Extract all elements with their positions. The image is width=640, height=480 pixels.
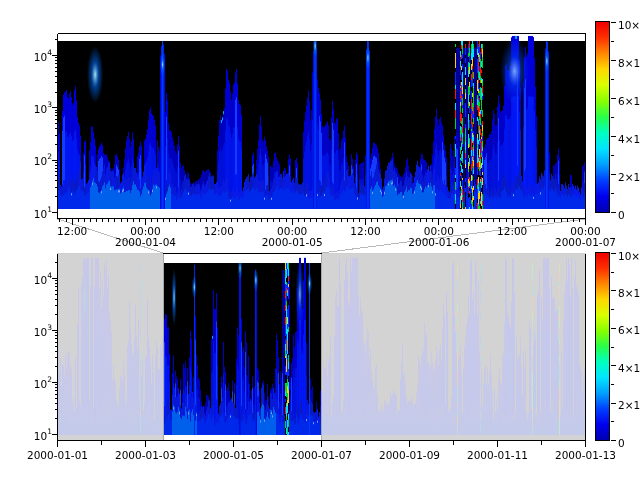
label-text: 2000-01-03 [115, 449, 176, 461]
colorbar-tick-label: 6×107 [618, 92, 640, 107]
x-axis-time-label: 12:00 [57, 225, 87, 237]
label-text: 2000-01-09 [379, 449, 440, 461]
tick-or-frame-line [322, 219, 586, 253]
label-text: 2×10 [618, 399, 640, 411]
label-text: 10 [34, 50, 47, 62]
label-text: 2000-01-07 [555, 236, 616, 248]
x-axis-time-label: 12:00 [497, 225, 527, 237]
x-axis-date-label: 2000-01-13 [555, 449, 616, 461]
spectrogram-figure: 10410310210110×1078×1076×1074×1072×10701… [0, 0, 640, 480]
x-axis-time-label: 00:00 [130, 225, 160, 237]
label-text: 00:00 [424, 225, 454, 237]
y-axis-tick-label: 104 [12, 48, 52, 63]
label-text: 2000-01-05 [262, 236, 323, 248]
label-text: 2000-01-05 [203, 449, 264, 461]
label-text: 12:00 [350, 225, 380, 237]
colorbar-tick-label: 4×107 [618, 359, 640, 374]
exponent-text: 4 [47, 271, 52, 280]
label-text: 00:00 [277, 225, 307, 237]
colorbar-tick-label: 0 [618, 206, 625, 221]
x-axis-time-label: 00:00 [277, 225, 307, 237]
label-text: 2×10 [618, 170, 640, 182]
x-axis-date-label: 2000-01-06 [408, 236, 469, 248]
exponent-text: 4 [47, 48, 52, 57]
label-text: 6×10 [618, 94, 640, 106]
x-axis-date-label: 2000-01-11 [467, 449, 528, 461]
overview-spectrogram-plot-area[interactable] [57, 253, 585, 440]
y-axis-tick-label: 102 [12, 152, 52, 167]
x-axis-time-label: 12:00 [204, 225, 234, 237]
label-text: 2000-01-06 [408, 236, 469, 248]
label-text: 10 [34, 377, 47, 389]
colorbar-tick-label: 8×107 [618, 284, 640, 299]
exponent-text: 2 [47, 152, 52, 161]
label-text: 2000-01-11 [467, 449, 528, 461]
y-axis-tick-label: 103 [12, 323, 52, 338]
label-text: 10 [34, 429, 47, 441]
exponent-text: 1 [47, 427, 52, 436]
exponent-text: 3 [47, 100, 52, 109]
x-axis-date-label: 2000-01-05 [262, 236, 323, 248]
label-text: 4×10 [618, 132, 640, 144]
label-text: 6×10 [618, 324, 640, 336]
label-text: 10 [34, 207, 47, 219]
label-text: 10 [34, 273, 47, 285]
label-text: 2000-01-04 [115, 236, 176, 248]
label-text: 2000-01-13 [555, 449, 616, 461]
colorbar-tick-label: 2×107 [618, 396, 640, 411]
x-axis-time-label: 00:00 [424, 225, 454, 237]
label-text: 10 [34, 102, 47, 114]
y-axis-tick-label: 101 [12, 427, 52, 442]
overview-panel-colorbar [595, 252, 610, 441]
label-text: 10 [34, 325, 47, 337]
x-axis-time-label: 12:00 [350, 225, 380, 237]
y-axis-tick-label: 101 [12, 205, 52, 220]
label-text: 0 [618, 208, 625, 220]
x-axis-date-label: 2000-01-07 [555, 236, 616, 248]
label-text: 2000-01-07 [291, 449, 352, 461]
colorbar-tick-label: 0 [618, 434, 625, 449]
x-axis-date-label: 2000-01-09 [379, 449, 440, 461]
label-text: 8×10 [618, 286, 640, 298]
x-axis-date-label: 2000-01-03 [115, 449, 176, 461]
label-text: 12:00 [497, 225, 527, 237]
colorbar-tick-label: 6×107 [618, 321, 640, 336]
x-axis-date-label: 2000-01-04 [115, 236, 176, 248]
label-text: 10×10 [618, 18, 640, 30]
x-axis-time-label: 00:00 [570, 225, 600, 237]
tick-or-frame-line [58, 219, 164, 253]
label-text: 10 [34, 155, 47, 167]
colorbar-tick-label: 10×107 [618, 16, 640, 31]
colorbar-tick-label: 2×107 [618, 168, 640, 183]
label-text: 4×10 [618, 361, 640, 373]
zoom-panel-colorbar [595, 21, 610, 213]
label-text: 2000-01-01 [27, 449, 88, 461]
colorbar-tick-label: 8×107 [618, 54, 640, 69]
label-text: 12:00 [204, 225, 234, 237]
label-text: 0 [618, 436, 625, 448]
label-text: 8×10 [618, 56, 640, 68]
zoom-spectrogram-plot-area[interactable] [57, 33, 585, 218]
y-axis-tick-label: 103 [12, 100, 52, 115]
colorbar-tick-label: 4×107 [618, 130, 640, 145]
x-axis-date-label: 2000-01-01 [27, 449, 88, 461]
label-text: 12:00 [57, 225, 87, 237]
label-text: 10×10 [618, 249, 640, 261]
exponent-text: 3 [47, 323, 52, 332]
exponent-text: 1 [47, 205, 52, 214]
label-text: 00:00 [130, 225, 160, 237]
exponent-text: 2 [47, 375, 52, 384]
colorbar-tick-label: 10×107 [618, 247, 640, 262]
y-axis-tick-label: 104 [12, 271, 52, 286]
x-axis-date-label: 2000-01-05 [203, 449, 264, 461]
label-text: 00:00 [570, 225, 600, 237]
x-axis-date-label: 2000-01-07 [291, 449, 352, 461]
y-axis-tick-label: 102 [12, 375, 52, 390]
